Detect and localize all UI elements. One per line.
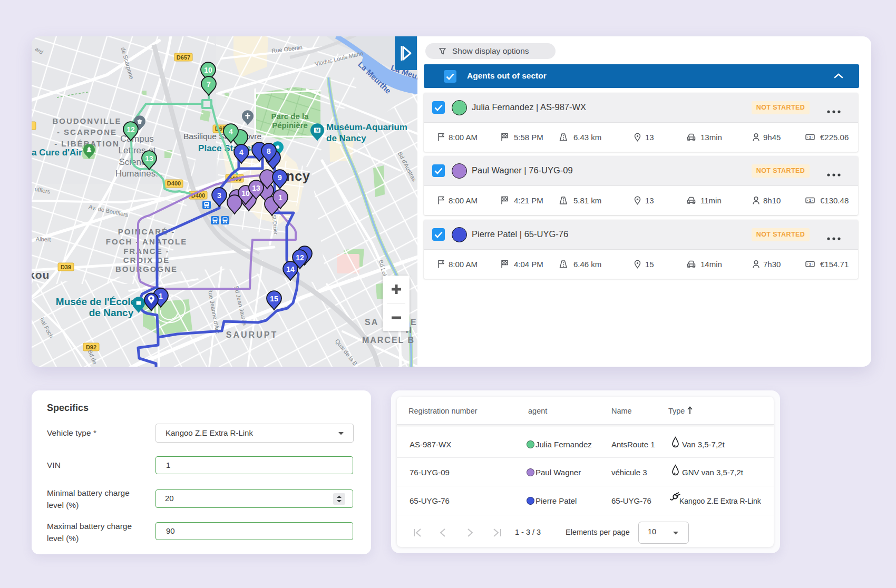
svg-text:Musée de l'École: Musée de l'École (56, 296, 136, 307)
svg-text:4: 4 (239, 148, 244, 156)
svg-text:10: 10 (204, 66, 212, 74)
svg-text:de Nancy: de Nancy (326, 133, 366, 143)
svg-text:D39: D39 (61, 264, 71, 270)
svg-text:1: 1 (809, 135, 812, 140)
svg-text:D657: D657 (177, 54, 190, 61)
svg-text:- SCARPONE: - SCARPONE (57, 128, 117, 136)
svg-text:BOUDONVILLE: BOUDONVILLE (52, 116, 121, 125)
svg-text:13: 13 (252, 184, 260, 192)
svg-text:1: 1 (809, 262, 812, 267)
svg-text:15: 15 (270, 295, 278, 303)
svg-text:FOCH - ANATOLE: FOCH - ANATOLE (106, 237, 187, 246)
svg-text:Campus: Campus (120, 134, 153, 144)
svg-text:12: 12 (296, 253, 304, 262)
svg-text:14: 14 (286, 265, 295, 273)
svg-text:de Nancy: de Nancy (89, 307, 134, 318)
svg-text:SA: SA (365, 318, 378, 327)
svg-text:4: 4 (229, 128, 233, 136)
svg-text:1: 1 (809, 198, 812, 203)
svg-text:FRANCE -: FRANCE - (123, 247, 170, 256)
svg-text:13: 13 (145, 154, 153, 163)
svg-text:8: 8 (267, 147, 271, 155)
svg-text:D400: D400 (167, 180, 181, 187)
svg-text:BOURGOGNE: BOURGOGNE (115, 264, 178, 273)
svg-text:1: 1 (159, 292, 163, 300)
svg-text:7: 7 (207, 80, 211, 89)
svg-text:12: 12 (126, 125, 135, 134)
svg-text:M: M (316, 128, 319, 133)
svg-text:Pépinière: Pépinière (272, 121, 308, 130)
svg-text:9: 9 (278, 173, 282, 182)
svg-text:3: 3 (217, 191, 221, 200)
svg-text:SAURUPT: SAURUPT (226, 330, 278, 339)
svg-text:CROIX DE: CROIX DE (123, 256, 170, 264)
svg-text:Parc de la: Parc de la (271, 112, 309, 121)
svg-text:10: 10 (241, 189, 250, 198)
svg-text:Humaines...: Humaines... (115, 169, 163, 179)
svg-text:Muséum-Aquarium: Muséum-Aquarium (326, 122, 407, 132)
svg-text:Albert: Albert (36, 236, 51, 243)
svg-text:a Cure d'Air: a Cure d'Air (32, 148, 82, 158)
svg-text:kou: kou (32, 269, 50, 281)
svg-text:1: 1 (278, 193, 283, 202)
svg-text:MARCEL B: MARCEL B (362, 336, 415, 345)
